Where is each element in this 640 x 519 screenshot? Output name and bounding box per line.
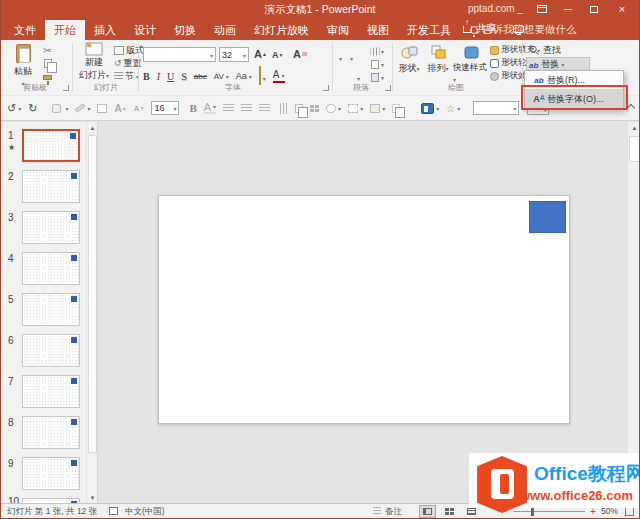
qat-distribute-button[interactable] <box>277 104 288 113</box>
character-spacing-button[interactable]: AV <box>214 72 229 81</box>
close-button[interactable]: × <box>613 2 631 16</box>
qat-bold-button[interactable]: B <box>189 102 196 114</box>
notes-button[interactable]: 备注 <box>385 506 402 518</box>
grow-font-button[interactable]: A▲ <box>254 48 267 60</box>
qat-swap-button[interactable] <box>392 104 400 113</box>
slide-thumbnail-9[interactable] <box>22 457 80 490</box>
text-direction-button[interactable] <box>371 45 384 57</box>
slide-thumbnail-7[interactable] <box>22 375 80 408</box>
qat-combo-1[interactable] <box>473 101 519 115</box>
slide-thumbnail-8[interactable] <box>22 416 80 449</box>
slide-thumbnail-4[interactable] <box>22 252 80 285</box>
cut-button[interactable] <box>43 44 51 56</box>
qat-select-button[interactable] <box>348 104 363 113</box>
font-dialog-launcher[interactable] <box>323 85 329 91</box>
tab-developer[interactable]: 开发工具 <box>398 20 460 40</box>
zoom-slider-track[interactable] <box>513 511 585 512</box>
ribbon-display-options-button[interactable] <box>533 2 551 16</box>
collapse-ribbon-button[interactable] <box>627 102 635 110</box>
group-separator <box>522 43 523 91</box>
qat-shapes-button[interactable] <box>326 104 341 113</box>
qat-align-right-button[interactable] <box>259 104 270 113</box>
slide-canvas[interactable] <box>158 195 570 424</box>
underline-button[interactable]: U <box>167 71 174 82</box>
text-shadow-button[interactable]: S <box>181 71 187 82</box>
panel-scroll-up-button[interactable]: ▲ <box>87 122 98 134</box>
qat-star-button[interactable]: ☆ <box>446 103 460 114</box>
account-name[interactable]: pptad.com _ <box>468 3 523 14</box>
qat-grow-font-button[interactable]: A▲ <box>114 103 126 114</box>
slide-thumbnail-1[interactable] <box>22 129 80 162</box>
paragraph-dialog-launcher[interactable] <box>385 85 391 91</box>
numbering-button[interactable] <box>348 47 353 65</box>
qat-align-left-button[interactable] <box>223 104 234 113</box>
qat-font-color-button[interactable]: A <box>204 103 216 114</box>
minimize-button[interactable] <box>559 2 577 16</box>
italic-button[interactable]: I <box>157 71 160 82</box>
panel-scrollbar-thumb[interactable] <box>88 135 97 453</box>
font-size-combo[interactable]: 32 <box>219 47 249 62</box>
share-button[interactable]: 共享 <box>476 22 497 36</box>
slide-counter[interactable]: 幻灯片 第 1 张, 共 12 张 <box>7 506 97 518</box>
bold-button[interactable]: B <box>143 71 150 82</box>
qat-textbox-button[interactable] <box>97 104 107 113</box>
shrink-font-button[interactable]: A▼ <box>272 49 283 61</box>
tab-review[interactable]: 审阅 <box>318 20 358 40</box>
comments-icon[interactable] <box>513 25 524 33</box>
tab-animations[interactable]: 动画 <box>205 20 245 40</box>
redo-button[interactable]: ↻ <box>28 102 37 115</box>
strikethrough-button[interactable]: abc <box>194 72 207 81</box>
tab-home[interactable]: 开始 <box>45 20 85 40</box>
undo-button[interactable]: ↺ <box>7 102 21 115</box>
slide-thumbnail-5[interactable] <box>22 293 80 326</box>
maximize-button[interactable] <box>585 2 603 16</box>
tab-view[interactable]: 视图 <box>358 20 398 40</box>
change-case-button[interactable]: Aa <box>236 71 252 81</box>
main-scrollbar[interactable]: ▲ ▼ « » <box>627 122 640 504</box>
slide-thumbnail-3[interactable] <box>22 211 80 244</box>
qat-font-size-combo[interactable]: 16 <box>151 101 179 115</box>
tab-file[interactable]: 文件 <box>5 20 45 40</box>
language-indicator[interactable]: 中文(中国) <box>125 506 165 518</box>
main-scrollbar-thumb[interactable] <box>629 136 640 162</box>
qat-align-center-button[interactable] <box>241 104 252 113</box>
clipboard-dialog-launcher[interactable] <box>63 85 69 91</box>
scroll-up-button[interactable]: ▲ <box>628 122 640 134</box>
qat-shape-outline-button[interactable] <box>75 105 90 112</box>
qat-picture-icon <box>370 104 380 113</box>
zoom-slider-thumb[interactable] <box>531 507 534 516</box>
font-color-button[interactable]: A <box>273 70 285 83</box>
bullets-button[interactable] <box>337 47 342 65</box>
slide-thumbnail-6[interactable] <box>22 334 80 367</box>
slide-sorter-view-button[interactable] <box>441 505 458 518</box>
clear-formatting-button[interactable]: A <box>293 48 307 60</box>
titlebar: 演示文稿1 - PowerPoint pptad.com _ × <box>1 0 639 18</box>
slide-accent-square <box>71 460 77 466</box>
qat-presentation-views-button[interactable] <box>421 103 439 114</box>
new-slide-dropdown-arrow-icon <box>106 70 109 80</box>
qat-grid-button[interactable] <box>310 105 319 112</box>
section-button[interactable]: 节 <box>114 70 139 82</box>
tab-transitions[interactable]: 切换 <box>165 20 205 40</box>
tab-insert[interactable]: 插入 <box>85 20 125 40</box>
normal-view-button[interactable] <box>419 505 436 518</box>
shapes-icon <box>401 45 418 60</box>
fit-to-window-button[interactable] <box>625 507 634 516</box>
tab-slideshow[interactable]: 幻灯片放映 <box>245 20 318 40</box>
find-button[interactable]: 查找 <box>529 44 561 57</box>
qat-shape-fill-button[interactable] <box>52 104 68 113</box>
qat-align-center-icon <box>241 104 252 113</box>
slide-shape-blue-square[interactable] <box>529 201 566 233</box>
accessibility-icon[interactable] <box>109 507 118 517</box>
align-text-button[interactable] <box>371 58 384 70</box>
align-text-icon <box>371 60 379 69</box>
tab-design[interactable]: 设计 <box>125 20 165 40</box>
panel-scrollbar[interactable]: ▲ ▼ <box>86 122 97 504</box>
slide-thumbnail-2[interactable] <box>22 170 80 203</box>
shapes-button[interactable]: 形状 <box>396 42 422 92</box>
qat-shrink-font-button[interactable]: A▼ <box>134 104 145 113</box>
font-name-combo[interactable] <box>143 47 216 62</box>
copy-button[interactable] <box>44 57 52 69</box>
qat-group-button[interactable] <box>295 104 303 113</box>
qat-picture-button[interactable] <box>370 104 385 113</box>
